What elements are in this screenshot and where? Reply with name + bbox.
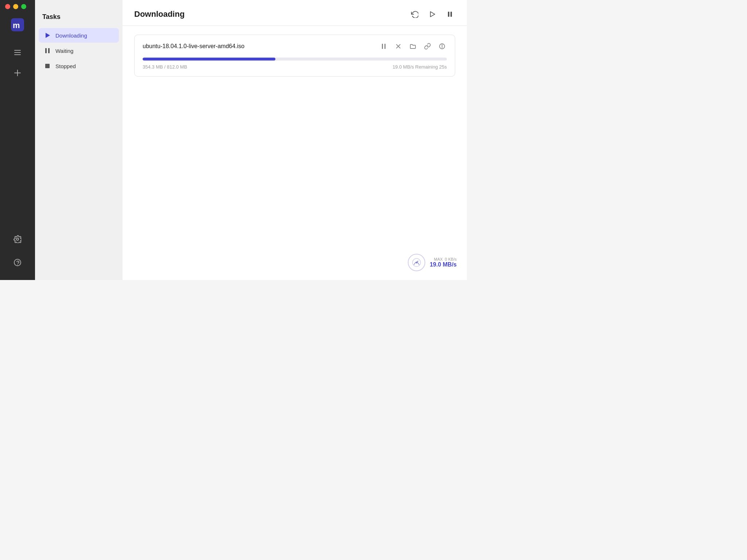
download-card: ubuntu-18.04.1.0-live-server-amd64.iso [134,35,455,77]
help-icon-button[interactable] [10,255,25,270]
app-logo: m [10,18,25,32]
svg-point-23 [442,45,442,45]
download-card-actions [379,42,447,51]
progress-bar-fill [143,58,275,61]
speed-text-group: MAX 0 KB/s 19.0 MB/s [430,257,457,268]
stop-icon [44,62,51,70]
item-info-button[interactable] [437,42,447,51]
sidebar-nav: Downloading Waiting Stopped [35,28,123,73]
titlebar [0,0,35,13]
main-header: Downloading [123,0,467,26]
play-all-button[interactable] [427,9,438,20]
svg-rect-18 [384,44,386,49]
svg-text:m: m [13,21,20,30]
menu-icon-button[interactable] [10,45,25,60]
speed-max-row: MAX 0 KB/s [434,257,457,261]
svg-rect-13 [45,64,50,68]
item-pause-button[interactable] [379,42,388,51]
pause-icon [44,47,51,54]
close-button[interactable] [5,4,10,9]
progress-bar-container [143,58,447,61]
download-list: ubuntu-18.04.1.0-live-server-amd64.iso [123,26,467,280]
sidebar-title: Tasks [35,13,123,28]
dark-sidebar: m [0,0,35,280]
sidebar-label-downloading: Downloading [55,32,87,39]
light-sidebar: Tasks Downloading Waiting [35,0,123,280]
speed-max-value: 0 KB/s [445,257,457,261]
sidebar-item-waiting[interactable]: Waiting [39,43,119,58]
download-card-header: ubuntu-18.04.1.0-live-server-amd64.iso [143,42,447,51]
sidebar-label-waiting: Waiting [55,48,73,54]
add-button[interactable] [10,66,25,80]
svg-rect-16 [450,12,452,17]
svg-rect-12 [48,48,50,53]
sidebar-label-stopped: Stopped [55,63,76,69]
svg-rect-11 [45,48,47,53]
play-icon [44,32,51,39]
speed-remaining-text: 19.0 MB/s Remaining 25s [392,64,447,70]
page-title: Downloading [134,9,185,19]
download-filename: ubuntu-18.04.1.0-live-server-amd64.iso [143,43,244,50]
item-link-button[interactable] [423,42,432,51]
current-speed: 19.0 MB/s [430,261,457,268]
svg-rect-17 [382,44,383,49]
settings-icon-button[interactable] [10,232,25,246]
item-folder-button[interactable] [408,42,418,51]
dark-sidebar-bottom [10,229,25,280]
progress-text: 354.3 MB / 812.0 MB [143,64,187,70]
sidebar-item-downloading[interactable]: Downloading [39,28,119,43]
svg-rect-15 [448,12,449,17]
speed-max-label: MAX [434,257,443,261]
maximize-button[interactable] [21,4,26,9]
svg-point-26 [416,262,417,263]
header-actions [409,9,455,20]
svg-marker-14 [430,12,435,17]
svg-point-7 [16,238,19,240]
refresh-button[interactable] [409,9,420,20]
sidebar-item-stopped[interactable]: Stopped [39,59,119,73]
item-delete-button[interactable] [394,42,403,51]
main-content: Downloading [123,0,467,280]
speed-widget: MAX 0 KB/s 19.0 MB/s [408,254,457,271]
speed-circle [408,254,425,271]
svg-marker-10 [46,33,50,38]
download-meta: 354.3 MB / 812.0 MB 19.0 MB/s Remaining … [143,64,447,70]
minimize-button[interactable] [13,4,18,9]
pause-all-button[interactable] [444,9,455,20]
